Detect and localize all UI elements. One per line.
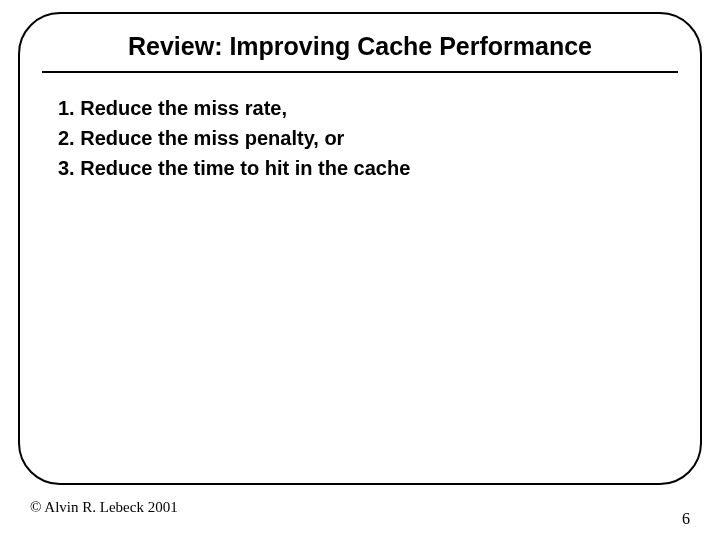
page-number: 6 xyxy=(682,510,690,528)
copyright-text: © Alvin R. Lebeck 2001 xyxy=(30,499,178,516)
list-item: 2. Reduce the miss penalty, or xyxy=(58,123,670,153)
list-item: 3. Reduce the time to hit in the cache xyxy=(58,153,670,183)
slide-frame: Review: Improving Cache Performance 1. R… xyxy=(18,12,702,485)
content-area: 1. Reduce the miss rate, 2. Reduce the m… xyxy=(50,93,670,183)
list-item: 1. Reduce the miss rate, xyxy=(58,93,670,123)
slide-title: Review: Improving Cache Performance xyxy=(42,32,678,73)
